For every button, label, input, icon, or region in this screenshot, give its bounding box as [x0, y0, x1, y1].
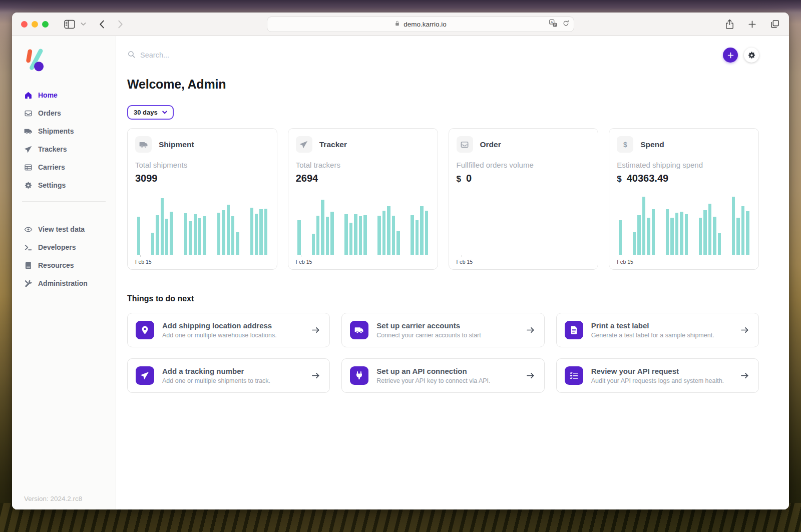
stat-card-value: 3099	[135, 173, 269, 184]
chart-bar	[377, 216, 380, 255]
stat-card-subtitle: Fullfilled orders volume	[457, 161, 591, 169]
sidebar-item-shipments[interactable]: Shipments	[12, 122, 116, 140]
sidebar-item-orders[interactable]: Orders	[12, 104, 116, 122]
sidebar-item-view-test-data[interactable]: View test data	[12, 220, 116, 238]
todo-card-title: Print a test label	[591, 321, 714, 330]
close-window-button[interactable]	[21, 21, 28, 28]
period-filter-dropdown[interactable]: 30 days	[127, 105, 174, 120]
sidebar-divider	[22, 201, 106, 202]
sidebar-item-settings[interactable]: Settings	[12, 176, 116, 194]
chart-bar	[732, 197, 735, 255]
chart-bar	[387, 206, 390, 255]
zoom-window-button[interactable]	[42, 21, 49, 28]
todo-grid: Add shipping location addressAdd one or …	[127, 313, 759, 393]
chart-bar	[392, 216, 395, 255]
search-input[interactable]	[140, 51, 350, 59]
sidebar-chevron-down-icon[interactable]	[81, 22, 86, 26]
sidebar-item-label: Administration	[38, 279, 88, 287]
tools-icon	[24, 279, 33, 288]
navigation-icon	[296, 136, 312, 153]
todo-card-title: Review your API request	[591, 367, 724, 375]
reload-icon[interactable]	[562, 20, 570, 29]
page-title: Welcome, Admin	[127, 77, 759, 92]
sidebar-toggle-icon[interactable]	[64, 20, 76, 29]
period-filter-label: 30 days	[134, 109, 158, 116]
todo-card-add-tracking-number[interactable]: Add a tracking numberAdd one or multiple…	[127, 358, 330, 393]
search-box	[127, 50, 723, 61]
sidebar-item-resources[interactable]: Resources	[12, 256, 116, 274]
todo-card-description: Retrieve your API key to connect via API…	[376, 377, 490, 384]
chart-bar	[685, 214, 688, 255]
browser-window: demo.karrio.io A	[12, 13, 789, 509]
chart-x-label: Feb 15	[296, 259, 430, 265]
tab-overview-icon[interactable]	[770, 19, 780, 29]
sidebar-item-label: Developers	[38, 243, 76, 251]
chart-bar	[359, 216, 362, 255]
stats-cards: ShipmentTotal shipments3099Feb 15Tracker…	[127, 128, 759, 270]
chart-bar	[354, 214, 357, 255]
chart-bar	[236, 232, 239, 255]
chart-bar	[189, 221, 192, 255]
table-icon	[24, 163, 33, 172]
chart-bar	[170, 212, 173, 255]
chart-bar	[741, 206, 744, 255]
sidebar-item-administration[interactable]: Administration	[12, 274, 116, 292]
todo-card-description: Generate a test label for a sample shipm…	[591, 332, 714, 339]
chart-bar	[637, 215, 640, 255]
minimize-window-button[interactable]	[32, 21, 38, 28]
mini-bar-chart	[457, 192, 591, 255]
chart-bar	[316, 216, 319, 255]
chart-x-label: Feb 15	[457, 259, 591, 265]
chart-bar	[326, 217, 329, 255]
todo-card-setup-api-connection[interactable]: Set up an API connectionRetrieve your AP…	[341, 358, 544, 393]
todo-card-print-test-label[interactable]: Print a test labelGenerate a test label …	[556, 313, 759, 347]
mini-bar-chart	[135, 192, 269, 255]
search-icon	[127, 50, 136, 61]
arrow-right-icon	[740, 325, 749, 335]
sidebar-item-label: Resources	[38, 261, 74, 269]
main-content: Welcome, Admin 30 days ShipmentTotal shi…	[116, 36, 789, 509]
stat-card-spend: $SpendEstimated shipping spend$40363.49F…	[609, 128, 759, 270]
stat-card-subtitle: Total shipments	[135, 161, 269, 169]
arrow-right-icon	[740, 371, 749, 380]
chart-bar	[675, 213, 678, 255]
inbox-icon	[24, 109, 33, 118]
todo-card-add-shipping-location[interactable]: Add shipping location addressAdd one or …	[127, 313, 330, 347]
checklist-icon	[565, 366, 583, 385]
address-bar[interactable]: demo.karrio.io A	[267, 17, 574, 32]
book-icon	[24, 261, 33, 270]
svg-text:A: A	[551, 20, 553, 24]
translate-icon[interactable]: A	[549, 19, 558, 30]
sidebar-item-label: Shipments	[38, 127, 74, 135]
chart-bar	[619, 220, 622, 255]
stat-card-tracker: TrackerTotal trackers2694Feb 15	[288, 128, 438, 270]
sidebar-item-developers[interactable]: Developers	[12, 238, 116, 256]
back-icon[interactable]	[99, 20, 105, 29]
todo-card-setup-carrier-accounts[interactable]: Set up carrier accountsConnect your carr…	[341, 313, 544, 347]
todo-card-title: Add shipping location address	[162, 321, 277, 330]
create-button[interactable]	[723, 48, 738, 63]
share-icon[interactable]	[725, 19, 734, 30]
sidebar-item-label: Settings	[38, 181, 66, 189]
sidebar-item-label: View test data	[38, 225, 85, 233]
forward-icon[interactable]	[118, 20, 123, 29]
stat-card-value: $0	[457, 173, 591, 184]
lock-icon[interactable]	[394, 20, 400, 28]
chart-bar	[699, 218, 702, 255]
sidebar-item-home[interactable]: Home	[12, 86, 116, 104]
sidebar: HomeOrdersShipmentsTrackersCarriersSetti…	[12, 36, 116, 509]
settings-button[interactable]	[744, 48, 759, 63]
chart-bar	[222, 210, 225, 255]
sidebar-item-label: Orders	[38, 109, 61, 117]
new-tab-icon[interactable]	[747, 20, 757, 29]
sidebar-item-trackers[interactable]: Trackers	[12, 140, 116, 158]
sidebar-item-carriers[interactable]: Carriers	[12, 158, 116, 176]
todo-card-review-api-request[interactable]: Review your API requestAudit your API re…	[556, 358, 759, 393]
navigation-icon	[136, 366, 154, 385]
svg-text:$: $	[623, 140, 627, 148]
stat-card-subtitle: Total trackers	[296, 161, 430, 169]
chart-bar	[184, 213, 187, 255]
document-icon	[565, 321, 583, 339]
chart-bar	[652, 209, 655, 255]
chart-bar	[680, 212, 683, 255]
